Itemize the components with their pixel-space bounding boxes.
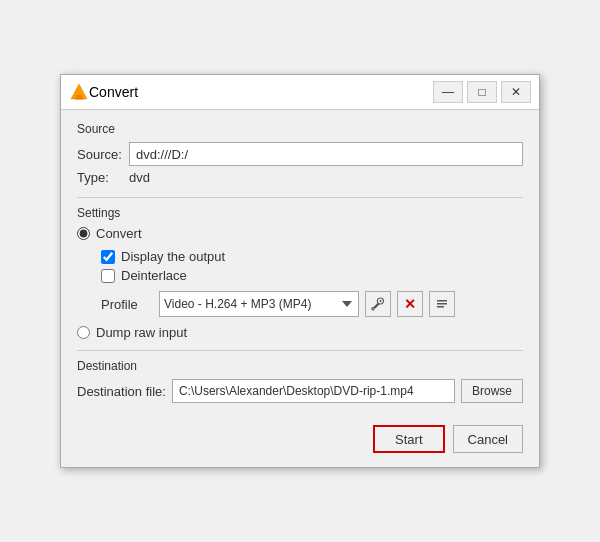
display-output-row: Display the output	[101, 249, 523, 264]
type-field-label: Type:	[77, 170, 129, 185]
divider-1	[77, 197, 523, 198]
profile-label: Profile	[101, 297, 153, 312]
content-area: Source Source: Type: dvd Settings Conver…	[61, 110, 539, 415]
dest-file-label: Destination file:	[77, 384, 166, 399]
title-bar: Convert — □ ✕	[61, 75, 539, 110]
profile-row: Profile Video - H.264 + MP3 (MP4) Video …	[101, 291, 523, 317]
title-bar-controls: — □ ✕	[433, 81, 531, 103]
convert-window: Convert — □ ✕ Source Source: Type: dvd S…	[60, 74, 540, 468]
dump-raw-row: Dump raw input	[77, 325, 523, 340]
svg-rect-1	[76, 95, 82, 98]
svg-point-3	[380, 300, 382, 302]
source-section: Source Source: Type: dvd	[77, 122, 523, 185]
delete-icon: ✕	[404, 296, 416, 312]
convert-radio-label: Convert	[96, 226, 142, 241]
checkbox-group: Display the output Deinterlace	[101, 249, 523, 283]
wrench-icon	[371, 297, 385, 311]
display-output-label: Display the output	[121, 249, 225, 264]
deinterlace-checkbox[interactable]	[101, 269, 115, 283]
svg-rect-2	[75, 98, 83, 100]
source-input[interactable]	[129, 142, 523, 166]
window-title: Convert	[89, 84, 433, 100]
maximize-button[interactable]: □	[467, 81, 497, 103]
convert-radio[interactable]	[77, 227, 90, 240]
dest-file-input[interactable]	[172, 379, 455, 403]
destination-row: Destination file: Browse	[77, 379, 523, 403]
dump-raw-label: Dump raw input	[96, 325, 187, 340]
convert-radio-row: Convert	[77, 226, 523, 241]
deinterlace-row: Deinterlace	[101, 268, 523, 283]
svg-rect-5	[437, 303, 447, 305]
display-output-checkbox[interactable]	[101, 250, 115, 264]
source-row: Source:	[77, 142, 523, 166]
lines-icon	[435, 297, 449, 311]
dump-raw-radio[interactable]	[77, 326, 90, 339]
close-button[interactable]: ✕	[501, 81, 531, 103]
profile-select[interactable]: Video - H.264 + MP3 (MP4) Video - H.265 …	[159, 291, 359, 317]
source-section-label: Source	[77, 122, 523, 136]
edit-profile-button[interactable]	[365, 291, 391, 317]
footer: Start Cancel	[61, 415, 539, 467]
type-value: dvd	[129, 170, 150, 185]
destination-section: Destination Destination file: Browse	[77, 359, 523, 403]
svg-rect-6	[437, 306, 444, 308]
type-row: Type: dvd	[77, 170, 523, 185]
delete-profile-button[interactable]: ✕	[397, 291, 423, 317]
source-field-label: Source:	[77, 147, 129, 162]
info-profile-button[interactable]	[429, 291, 455, 317]
svg-rect-4	[437, 300, 447, 302]
browse-button[interactable]: Browse	[461, 379, 523, 403]
destination-section-label: Destination	[77, 359, 523, 373]
deinterlace-label: Deinterlace	[121, 268, 187, 283]
minimize-button[interactable]: —	[433, 81, 463, 103]
start-button[interactable]: Start	[373, 425, 444, 453]
settings-section: Settings Convert Display the output Dein…	[77, 206, 523, 340]
divider-2	[77, 350, 523, 351]
cancel-button[interactable]: Cancel	[453, 425, 523, 453]
settings-section-label: Settings	[77, 206, 523, 220]
vlc-icon	[69, 82, 89, 102]
